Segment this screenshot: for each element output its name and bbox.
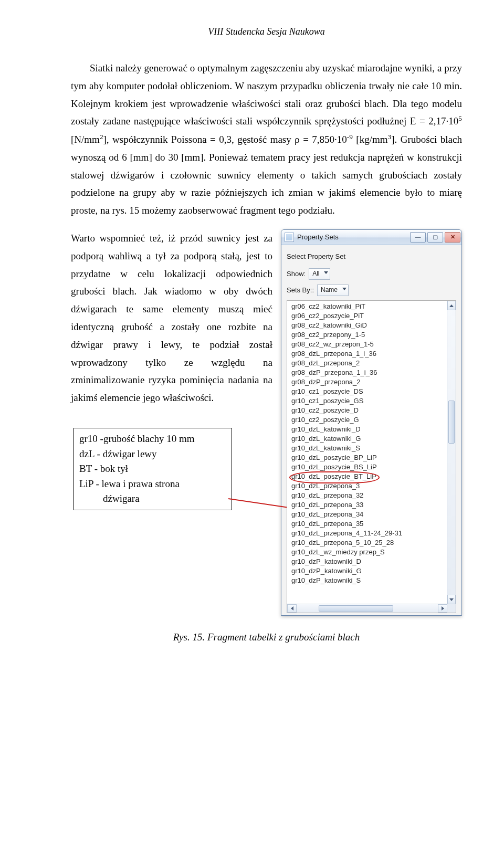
paragraph-1: Siatki należy generować o optymalnym zag… <box>71 59 462 219</box>
list-item[interactable]: gr08_dzP_przepona_2 <box>287 377 456 387</box>
legend-line: LiP - lewa i prawa strona <box>79 477 226 492</box>
list-item[interactable]: gr10_cz2_poszycie_D <box>287 406 456 415</box>
property-list-container: gr06_cz2_katowniki_PiTgr06_cz2_poszycie_… <box>287 300 456 613</box>
paragraph-text: [kg/mm <box>353 134 388 145</box>
list-item[interactable]: gr08_dzL_przepona_1_i_36 <box>287 349 456 359</box>
paragraph-text: [N/mm <box>71 134 100 145</box>
scroll-down-button[interactable] <box>447 595 456 604</box>
property-sets-window: Property Sets — ▢ ✕ Select Property Set … <box>281 229 462 616</box>
list-item[interactable]: gr10_cz1_poszycie_GS <box>287 396 456 406</box>
show-label: Show: <box>287 268 306 280</box>
maximize-button[interactable]: ▢ <box>427 232 443 243</box>
setsby-dropdown[interactable]: Name <box>317 285 349 296</box>
list-item[interactable]: gr10_dzL_przepona_34 <box>287 510 456 519</box>
list-item[interactable]: gr08_dzP_przepona_1_i_36 <box>287 368 456 377</box>
list-item[interactable]: gr10_dzL_katowniki_S <box>287 444 456 453</box>
scrollbar-thumb[interactable] <box>448 401 455 444</box>
show-value: All <box>312 268 319 279</box>
page-header: VIII Studencka Sesja Naukowa <box>71 26 462 37</box>
list-item[interactable]: gr08_cz2_katowniki_GiD <box>287 321 456 330</box>
window-titlebar[interactable]: Property Sets — ▢ ✕ <box>281 230 461 245</box>
setsby-value: Name <box>321 285 338 296</box>
scrollbar-thumb[interactable] <box>319 605 393 612</box>
legend-line: BT - bok tył <box>79 461 226 477</box>
scroll-up-button[interactable] <box>447 301 456 310</box>
list-item[interactable]: gr10_dzL_katowniki_D <box>287 425 456 434</box>
legend-line: gr10 -grubość blachy 10 mm <box>79 432 226 447</box>
list-item[interactable]: gr10_dzL_poszycie_BS_LiP <box>287 462 456 472</box>
list-item[interactable]: gr10_dzL_przepona_4_11-24_29-31 <box>287 529 456 538</box>
scrollbar-corner <box>447 604 456 613</box>
list-item[interactable]: gr10_dzL_przepona_35 <box>287 519 456 529</box>
list-item[interactable]: gr10_dzP_katowniki_D <box>287 557 456 566</box>
chevron-down-icon <box>342 288 346 290</box>
close-button[interactable]: ✕ <box>445 232 460 243</box>
list-item[interactable]: gr10_dzL_przepona_32 <box>287 491 456 500</box>
figure-caption: Rys. 15. Fragment tabelki z grubościami … <box>71 632 462 643</box>
show-dropdown[interactable]: All <box>309 268 330 280</box>
paragraph-text: ]. Grubości blach wynoszą od 6 [mm] do 3… <box>71 134 462 216</box>
panel-title: Select Property Set <box>287 250 456 262</box>
vertical-scrollbar[interactable] <box>447 301 456 604</box>
paragraph-text: ], współczynnik Poissona = 0,3, gęstość … <box>103 134 347 145</box>
window-title: Property Sets <box>297 231 410 243</box>
legend-line: dzL - dźwigar lewy <box>79 447 226 462</box>
list-item[interactable]: gr10_cz2_poszycie_G <box>287 415 456 425</box>
superscript: -9 <box>347 133 353 141</box>
list-item[interactable]: gr10_dzP_katowniki_G <box>287 566 456 576</box>
chevron-down-icon <box>324 271 328 274</box>
superscript: 5 <box>458 114 462 122</box>
horizontal-scrollbar[interactable] <box>287 604 447 613</box>
triangle-up-icon <box>449 304 454 307</box>
list-item[interactable]: gr08_cz2_przepony_1-5 <box>287 330 456 340</box>
list-item[interactable]: gr08_dzL_przepona_2 <box>287 359 456 368</box>
list-item[interactable]: gr10_cz1_poszycie_DS <box>287 387 456 396</box>
scroll-left-button[interactable] <box>287 604 297 613</box>
triangle-right-icon <box>442 606 444 611</box>
list-item[interactable]: gr10_dzL_poszycie_BP_LiP <box>287 453 456 462</box>
paragraph-2: Warto wspomnieć też, iż przód suwnicy je… <box>71 229 272 407</box>
list-item[interactable]: gr06_cz2_poszycie_PiT <box>287 311 456 321</box>
list-item[interactable]: gr06_cz2_katowniki_PiT <box>287 302 456 311</box>
triangle-left-icon <box>291 606 293 611</box>
minimize-button[interactable]: — <box>410 232 426 243</box>
legend-box: gr10 -grubość blachy 10 mm dzL - dźwigar… <box>74 428 232 510</box>
superscript: 2 <box>100 133 103 141</box>
list-item[interactable]: gr08_cz2_wz_przepon_1-5 <box>287 340 456 349</box>
window-icon <box>285 233 294 242</box>
property-list[interactable]: gr06_cz2_katowniki_PiTgr06_cz2_poszycie_… <box>287 301 456 586</box>
list-item[interactable]: gr10_dzL_przepona_33 <box>287 500 456 510</box>
list-item[interactable]: gr10_dzL_katowniki_G <box>287 434 456 444</box>
setsby-label: Sets By:: <box>287 284 314 296</box>
scroll-right-button[interactable] <box>438 604 447 613</box>
list-item[interactable]: gr10_dzL_poszycie_BT_LiP <box>287 472 456 481</box>
list-item[interactable]: gr10_dzL_przepona_5_10_25_28 <box>287 538 456 548</box>
paragraph-text: Siatki należy generować o optymalnym zag… <box>71 62 462 127</box>
list-item[interactable]: gr10_dzP_katowniki_S <box>287 576 456 585</box>
legend-line: dźwigara <box>79 491 226 507</box>
list-item[interactable]: gr10_dzL_przepona_3 <box>287 481 456 491</box>
svg-line-0 <box>228 499 292 508</box>
list-item[interactable]: gr10_dzL_wz_miedzy przep_S <box>287 548 456 557</box>
triangle-down-icon <box>449 598 454 601</box>
